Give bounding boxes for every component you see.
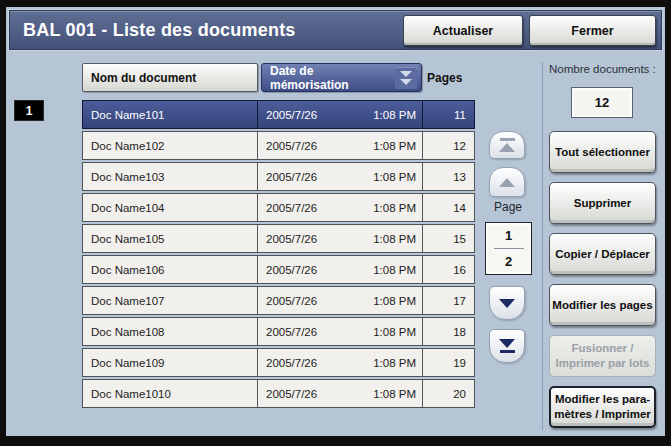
doc-name: Doc Name1010 — [83, 380, 258, 407]
close-button[interactable]: Fermer — [529, 15, 656, 46]
doc-date-cell: 2005/7/261:08 PM — [258, 225, 423, 252]
doc-pages: 19 — [423, 349, 474, 376]
doc-name: Doc Name109 — [83, 349, 258, 376]
table-row[interactable]: Doc Name1072005/7/261:08 PM17 — [82, 286, 475, 315]
fraction-line — [494, 248, 524, 249]
down-triangle-icon — [499, 299, 515, 308]
up-triangle-icon — [499, 143, 515, 152]
action-label-line2: Imprimer par lots — [556, 356, 650, 371]
doc-pages: 11 — [423, 101, 474, 128]
table-row[interactable]: Doc Name1062005/7/261:08 PM16 — [82, 255, 475, 284]
doc-date: 2005/7/26 — [266, 171, 317, 183]
current-page: 1 — [505, 228, 512, 243]
doc-name: Doc Name106 — [83, 256, 258, 283]
doc-date: 2005/7/26 — [266, 109, 317, 121]
document-list: Doc Name1012005/7/261:08 PM11Doc Name102… — [82, 100, 475, 410]
action-button-panel: Tout sélectionnerSupprimerCopier / Dépla… — [549, 131, 656, 428]
doc-time: 1:08 PM — [373, 140, 416, 152]
page-indicator: 1 2 — [485, 222, 532, 275]
device-screen: BAL 001 - Liste des documents Actualiser… — [0, 0, 671, 446]
doc-date-cell: 2005/7/261:08 PM — [258, 318, 423, 345]
table-row[interactable]: Doc Name1032005/7/261:08 PM13 — [82, 162, 475, 191]
total-pages: 2 — [505, 254, 512, 269]
doc-time: 1:08 PM — [373, 357, 416, 369]
action-label: Tout sélectionner — [555, 145, 650, 160]
action-label: Modifier les pages — [552, 298, 652, 313]
copy-move-button[interactable]: Copier / Déplacer — [549, 233, 656, 275]
column-header-pages: Pages — [427, 63, 462, 92]
action-label-line2: mètres / Imprimer — [554, 407, 651, 422]
doc-date-cell: 2005/7/261:08 PM — [258, 349, 423, 376]
action-label: Copier / Déplacer — [555, 247, 650, 262]
scroll-down-button[interactable] — [489, 286, 525, 320]
scroll-to-top-button — [489, 131, 525, 159]
action-label: Supprimer — [574, 196, 632, 211]
panel-divider — [542, 62, 543, 430]
action-label: Modifier les para- — [555, 392, 650, 407]
doc-date-cell: 2005/7/261:08 PM — [258, 380, 423, 407]
doc-time: 1:08 PM — [373, 264, 416, 276]
doc-time: 1:08 PM — [373, 109, 416, 121]
document-count-label: Nombre documents : — [549, 63, 656, 75]
bottom-bar-icon — [500, 350, 515, 353]
doc-date-cell: 2005/7/261:08 PM — [258, 163, 423, 190]
doc-pages: 14 — [423, 194, 474, 221]
doc-name: Doc Name101 — [83, 101, 258, 128]
doc-date-cell: 2005/7/261:08 PM — [258, 256, 423, 283]
table-row[interactable]: Doc Name1092005/7/261:08 PM19 — [82, 348, 475, 377]
doc-pages: 18 — [423, 318, 474, 345]
document-count-value: 12 — [571, 87, 633, 118]
doc-date-cell: 2005/7/261:08 PM — [258, 287, 423, 314]
doc-date: 2005/7/26 — [266, 357, 317, 369]
doc-time: 1:08 PM — [373, 326, 416, 338]
table-row[interactable]: Doc Name1082005/7/261:08 PM18 — [82, 317, 475, 346]
table-row[interactable]: Doc Name10102005/7/261:08 PM20 — [82, 379, 475, 408]
selection-number-badge: 1 — [14, 100, 44, 121]
select-all-button[interactable]: Tout sélectionner — [549, 131, 656, 173]
column-header-date-label: Date de mémorisation — [270, 64, 395, 92]
doc-date-cell: 2005/7/261:08 PM — [258, 101, 423, 128]
doc-name: Doc Name104 — [83, 194, 258, 221]
doc-time: 1:08 PM — [373, 202, 416, 214]
doc-name: Doc Name105 — [83, 225, 258, 252]
scroll-up-button — [489, 167, 525, 197]
doc-pages: 12 — [423, 132, 474, 159]
down-triangle-icon — [499, 339, 515, 348]
doc-date: 2005/7/26 — [266, 202, 317, 214]
up-triangle-icon — [499, 178, 515, 187]
page-title: BAL 001 - Liste des documents — [23, 20, 296, 41]
column-header-name[interactable]: Nom du document — [82, 63, 258, 92]
doc-date-cell: 2005/7/261:08 PM — [258, 132, 423, 159]
merge-batch-print-button: Fusionner /Imprimer par lots — [549, 335, 656, 377]
doc-date: 2005/7/26 — [266, 140, 317, 152]
doc-date: 2005/7/26 — [266, 264, 317, 276]
doc-pages: 13 — [423, 163, 474, 190]
doc-pages: 16 — [423, 256, 474, 283]
refresh-button[interactable]: Actualiser — [403, 15, 523, 46]
doc-name: Doc Name102 — [83, 132, 258, 159]
column-header-date[interactable]: Date de mémorisation — [261, 63, 422, 92]
page-label: Page — [484, 200, 532, 214]
table-row[interactable]: Doc Name1012005/7/261:08 PM11 — [82, 100, 475, 129]
title-bar: BAL 001 - Liste des documents Actualiser… — [9, 10, 662, 50]
doc-time: 1:08 PM — [373, 388, 416, 400]
doc-date: 2005/7/26 — [266, 388, 317, 400]
table-row[interactable]: Doc Name1042005/7/261:08 PM14 — [82, 193, 475, 222]
table-row[interactable]: Doc Name1052005/7/261:08 PM15 — [82, 224, 475, 253]
doc-date: 2005/7/26 — [266, 233, 317, 245]
delete-button[interactable]: Supprimer — [549, 182, 656, 224]
doc-time: 1:08 PM — [373, 233, 416, 245]
doc-pages: 17 — [423, 287, 474, 314]
table-row[interactable]: Doc Name1022005/7/261:08 PM12 — [82, 131, 475, 160]
doc-name: Doc Name107 — [83, 287, 258, 314]
doc-pages: 15 — [423, 225, 474, 252]
doc-date-cell: 2005/7/261:08 PM — [258, 194, 423, 221]
edit-pages-button[interactable]: Modifier les pages — [549, 284, 656, 326]
sort-descending-icon — [395, 67, 417, 89]
doc-date: 2005/7/26 — [266, 295, 317, 307]
edit-settings-print-button[interactable]: Modifier les para-mètres / Imprimer — [549, 386, 656, 428]
action-label: Fusionner / — [572, 341, 634, 356]
doc-name: Doc Name108 — [83, 318, 258, 345]
top-bar-icon — [500, 138, 515, 141]
scroll-to-bottom-button[interactable] — [489, 329, 525, 363]
